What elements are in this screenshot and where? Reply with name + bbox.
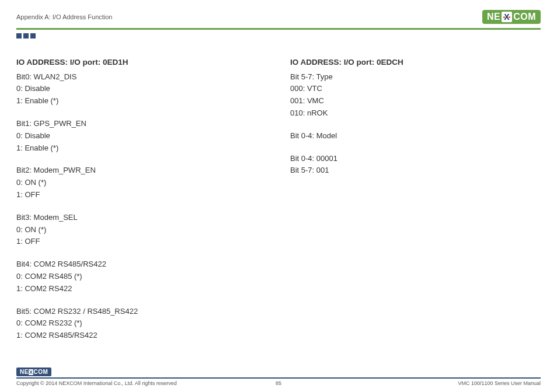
logo-text-ne: NE	[487, 12, 500, 22]
logo-text-x: X	[502, 12, 512, 22]
copyright-text: Copyright © 2014 NEXCOM International Co…	[16, 380, 177, 386]
page-number: 85	[276, 380, 281, 386]
footer-logo-ne: NE	[20, 369, 29, 375]
bit2-block: Bit2: Modem_PWR_EN 0: ON (*) 1: OFF	[16, 164, 267, 201]
bit1-val1: 1: Enable (*)	[16, 142, 267, 155]
section-title-left: IO ADDRESS: I/O port: 0ED1H	[16, 56, 267, 69]
bit4-block: Bit4: COM2 RS485/RS422 0: COM2 RS485 (*)…	[16, 258, 267, 295]
bit5-block: Bit5: COM2 RS232 / RS485_RS422 0: COM2 R…	[16, 306, 267, 342]
bit3-val0: 0: ON (*)	[16, 224, 267, 236]
bit0-val0: 0: Disable	[16, 83, 267, 95]
bit4-label: Bit4: COM2 RS485/RS422	[16, 258, 267, 271]
bit1-val0: 0: Disable	[16, 130, 267, 142]
bit0-label: Bit0: WLAN2_DIS	[16, 71, 267, 83]
bit5-val1: 1: COM2 RS485/RS422	[16, 330, 267, 342]
bit04-value: Bit 0-4: 00001	[290, 153, 541, 165]
bit5-val0: 0: COM2 RS232 (*)	[16, 317, 267, 330]
footer-divider	[16, 377, 541, 379]
bit0-block: Bit0: WLAN2_DIS 0: Disable 1: Enable (*)	[16, 71, 267, 107]
bit2-label: Bit2: Modem_PWR_EN	[16, 164, 267, 177]
content-area: IO ADDRESS: I/O port: 0ED1H Bit0: WLAN2_…	[16, 56, 541, 352]
square-icon	[23, 33, 29, 38]
type-000: 000: VTC	[290, 83, 541, 95]
decorative-squares	[16, 33, 541, 38]
page-footer: NEXCOM Copyright © 2014 NEXCOM Internati…	[16, 366, 541, 386]
logo-text-com: COM	[513, 12, 536, 22]
header-title: Appendix A: I/O Address Function	[16, 13, 112, 20]
logo-box: NE X COM	[482, 10, 541, 24]
square-icon	[30, 33, 36, 38]
bit2-val1: 1: OFF	[16, 189, 267, 201]
bit1-label: Bit1: GPS_PWR_EN	[16, 118, 267, 130]
bit3-val1: 1: OFF	[16, 236, 267, 248]
section-title-right: IO ADDRESS: I/O port: 0EDCH	[290, 56, 541, 69]
square-icon	[16, 33, 22, 38]
bit0-val1: 1: Enable (*)	[16, 95, 267, 107]
bit1-block: Bit1: GPS_PWR_EN 0: Disable 1: Enable (*…	[16, 118, 267, 154]
right-column: IO ADDRESS: I/O port: 0EDCH Bit 5-7: Typ…	[278, 56, 541, 352]
footer-logo-com: COM	[33, 369, 48, 375]
header-divider	[16, 28, 541, 30]
type-010: 010: nROK	[290, 107, 541, 120]
value-block: Bit 0-4: 00001 Bit 5-7: 001	[290, 153, 541, 177]
bit4-val0: 0: COM2 RS485 (*)	[16, 271, 267, 283]
type-001: 001: VMC	[290, 95, 541, 107]
bit5-label: Bit5: COM2 RS232 / RS485_RS422	[16, 306, 267, 318]
bit4-val1: 1: COM2 RS422	[16, 283, 267, 295]
type-label: Bit 5-7: Type	[290, 71, 541, 83]
model-label: Bit 0-4: Model	[290, 130, 541, 142]
type-block: Bit 5-7: Type 000: VTC 001: VMC 010: nRO…	[290, 71, 541, 120]
bit2-val0: 0: ON (*)	[16, 177, 267, 189]
model-block: Bit 0-4: Model	[290, 130, 541, 142]
footer-logo: NEXCOM	[16, 368, 51, 376]
left-column: IO ADDRESS: I/O port: 0ED1H Bit0: WLAN2_…	[16, 56, 278, 352]
footer-row: Copyright © 2014 NEXCOM International Co…	[16, 380, 541, 386]
bit3-label: Bit3: Modem_SEL	[16, 212, 267, 224]
document-title: VMC 100/1100 Series User Manual	[458, 380, 541, 386]
page-header: Appendix A: I/O Address Function NE X CO…	[16, 7, 541, 27]
nexcom-logo: NE X COM	[482, 10, 541, 24]
bit57-value: Bit 5-7: 001	[290, 164, 541, 177]
bit3-block: Bit3: Modem_SEL 0: ON (*) 1: OFF	[16, 212, 267, 248]
